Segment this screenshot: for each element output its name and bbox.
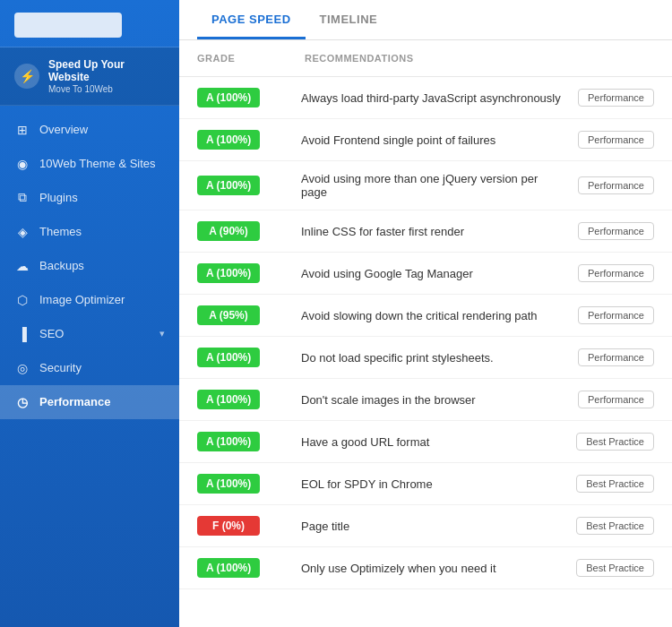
category-tag: Performance	[578, 264, 654, 282]
grade-cell: A (100%)	[197, 130, 287, 150]
recommendation-text: Avoid slowing down the critical renderin…	[287, 309, 578, 322]
sidebar-item-label-performance: Performance	[39, 395, 110, 408]
grade-cell: A (100%)	[197, 176, 287, 195]
sidebar-item-performance[interactable]: ◷Performance	[0, 385, 179, 419]
sidebar-item-overview[interactable]: ⊞Overview	[0, 113, 179, 147]
grade-cell: A (100%)	[197, 474, 287, 494]
grade-badge: A (100%)	[197, 130, 260, 150]
backups-icon: ☁	[14, 258, 30, 274]
grade-badge: A (90%)	[197, 221, 260, 241]
10web-theme-icon: ◉	[14, 156, 30, 172]
grade-cell: A (100%)	[197, 88, 287, 107]
grade-badge: A (100%)	[197, 263, 260, 283]
category-tag: Performance	[578, 306, 654, 324]
grade-cell: A (100%)	[197, 558, 287, 578]
table-row: A (100%)EOL for SPDY in ChromeBest Pract…	[179, 463, 672, 505]
table-row: A (100%)Do not load specific print style…	[179, 337, 672, 379]
recommendation-text: Avoid using Google Tag Manager	[287, 267, 578, 280]
content-area: GRADE RECOMMENDATIONS A (100%)Always loa…	[179, 40, 672, 627]
grade-badge: F (0%)	[197, 516, 260, 536]
sidebar-item-label-security: Security	[39, 361, 82, 374]
tab-timeline[interactable]: TIMELINE	[306, 0, 392, 39]
col-rec-header: RECOMMENDATIONS	[305, 53, 654, 64]
sidebar-nav: ⊞Overview◉10Web Theme & Sites⧉Plugins◈Th…	[0, 106, 179, 627]
sidebar-item-10web-theme[interactable]: ◉10Web Theme & Sites	[0, 147, 179, 181]
sidebar-item-label-plugins: Plugins	[39, 191, 78, 204]
recommendation-text: Avoid Frontend single point of failures	[287, 133, 578, 147]
sidebar-item-label-10web-theme: 10Web Theme & Sites	[39, 157, 156, 170]
sidebar-item-themes[interactable]: ◈Themes	[0, 215, 179, 249]
grade-cell: A (100%)	[197, 390, 287, 409]
table-row: A (100%)Don't scale images in the browse…	[179, 379, 672, 421]
table-body: A (100%)Always load third-party JavaScri…	[179, 77, 672, 589]
grade-badge: A (95%)	[197, 305, 260, 325]
table-row: A (90%)Inline CSS for faster first rende…	[179, 210, 672, 253]
sidebar: ⚡ Speed Up Your Website Move To 10Web ⊞O…	[0, 0, 179, 627]
table-row: A (100%)Always load third-party JavaScri…	[179, 77, 672, 119]
overview-icon: ⊞	[14, 122, 30, 138]
recommendation-text: Only use Optimizely when you need it	[287, 562, 576, 575]
recommendation-text: Always load third-party JavaScript async…	[287, 91, 578, 105]
themes-icon: ◈	[14, 224, 30, 240]
sidebar-logo	[0, 0, 179, 47]
category-tag: Performance	[578, 131, 654, 149]
chevron-down-icon: ▾	[159, 328, 165, 339]
promo-icon: ⚡	[14, 64, 39, 89]
category-tag: Best Practice	[576, 559, 654, 577]
sidebar-item-label-overview: Overview	[39, 123, 88, 136]
main-content: PAGE SPEEDTIMELINE GRADE RECOMMENDATIONS…	[179, 0, 672, 627]
sidebar-item-label-seo: SEO	[39, 327, 64, 340]
tab-page-speed[interactable]: PAGE SPEED	[197, 0, 306, 39]
recommendation-text: Page title	[287, 520, 576, 533]
col-grade-header: GRADE	[197, 53, 305, 64]
sidebar-item-backups[interactable]: ☁Backups	[0, 249, 179, 283]
table-row: A (100%)Avoid using Google Tag ManagerPe…	[179, 253, 672, 295]
grade-badge: A (100%)	[197, 176, 260, 195]
table-header: GRADE RECOMMENDATIONS	[179, 40, 672, 77]
sidebar-item-label-image-optimizer: Image Optimizer	[39, 293, 125, 306]
table-row: A (100%)Avoid Frontend single point of f…	[179, 119, 672, 161]
grade-badge: A (100%)	[197, 474, 260, 494]
image-optimizer-icon: ⬡	[14, 292, 30, 308]
grade-badge: A (100%)	[197, 558, 260, 578]
promo-subtitle: Move To 10Web	[48, 84, 165, 94]
category-tag: Best Practice	[576, 517, 654, 535]
seo-icon: ▐	[14, 326, 30, 342]
grade-cell: F (0%)	[197, 516, 287, 536]
sidebar-item-seo[interactable]: ▐SEO▾	[0, 317, 179, 351]
grade-cell: A (90%)	[197, 221, 287, 241]
grade-cell: A (100%)	[197, 432, 287, 451]
sidebar-promo[interactable]: ⚡ Speed Up Your Website Move To 10Web	[0, 47, 179, 106]
grade-badge: A (100%)	[197, 432, 260, 451]
grade-cell: A (95%)	[197, 305, 287, 325]
sidebar-item-image-optimizer[interactable]: ⬡Image Optimizer	[0, 283, 179, 317]
category-tag: Performance	[578, 176, 654, 194]
promo-title: Speed Up Your Website	[48, 58, 165, 84]
tabs-bar: PAGE SPEEDTIMELINE	[179, 0, 672, 40]
grade-badge: A (100%)	[197, 348, 260, 367]
table-row: F (0%)Page titleBest Practice	[179, 505, 672, 547]
grade-cell: A (100%)	[197, 263, 287, 283]
sidebar-item-label-backups: Backups	[39, 259, 84, 272]
category-tag: Performance	[578, 391, 654, 408]
grade-badge: A (100%)	[197, 88, 260, 107]
category-tag: Best Practice	[576, 475, 654, 493]
sidebar-item-security[interactable]: ◎Security	[0, 351, 179, 385]
category-tag: Best Practice	[576, 433, 654, 451]
table-row: A (100%)Only use Optimizely when you nee…	[179, 547, 672, 589]
recommendation-text: Don't scale images in the browser	[287, 393, 578, 407]
category-tag: Performance	[578, 222, 654, 240]
category-tag: Performance	[578, 89, 654, 107]
recommendation-text: EOL for SPDY in Chrome	[287, 477, 576, 491]
table-row: A (100%)Avoid using more than one jQuery…	[179, 161, 672, 210]
security-icon: ◎	[14, 360, 30, 376]
recommendation-text: Do not load specific print stylesheets.	[287, 351, 578, 365]
table-row: A (100%)Have a good URL formatBest Pract…	[179, 421, 672, 463]
recommendation-text: Have a good URL format	[287, 435, 576, 449]
category-tag: Performance	[578, 348, 654, 366]
grade-cell: A (100%)	[197, 348, 287, 367]
recommendation-text: Inline CSS for faster first render	[287, 225, 578, 238]
sidebar-item-plugins[interactable]: ⧉Plugins	[0, 181, 179, 215]
plugins-icon: ⧉	[14, 190, 30, 206]
sidebar-item-label-themes: Themes	[39, 225, 82, 238]
